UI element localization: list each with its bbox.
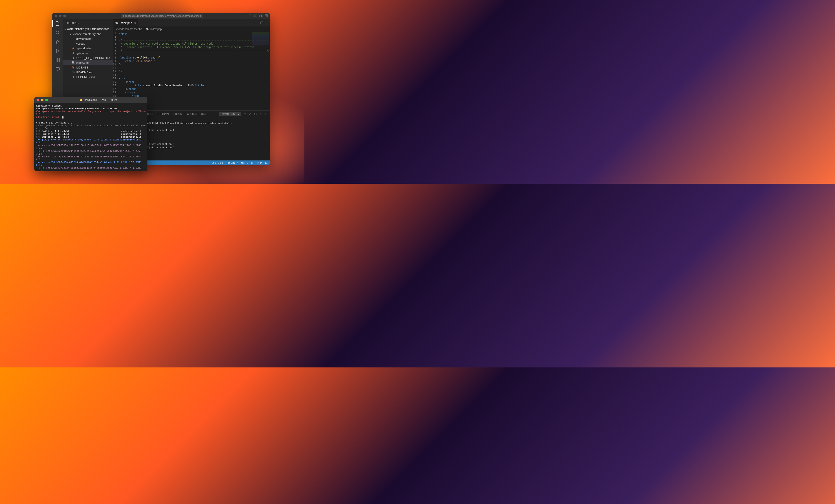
terminal-title-label: Downloads — -zsh — 80×24: [84, 99, 117, 102]
split-editor-icon[interactable]: [260, 21, 263, 24]
explorer-icon[interactable]: [55, 21, 60, 26]
svg-rect-9: [266, 16, 267, 17]
folder-label: vscode-remote-try-php: [73, 33, 101, 36]
extensions-icon[interactable]: [55, 57, 60, 63]
window-controls: [37, 99, 48, 101]
tree-file[interactable]: ◆.gitattributes: [63, 46, 113, 51]
svg-line-30: [254, 113, 256, 115]
cert-file-icon: 🔖: [72, 66, 75, 69]
file-tree: ⌄ vscode-remote-try-php ›.devcontainer›.…: [63, 32, 113, 79]
clear-output-icon[interactable]: [254, 113, 257, 116]
svg-rect-20: [56, 68, 60, 70]
tree-file[interactable]: 🔖LICENSE: [63, 65, 113, 70]
tree-file[interactable]: ◆CODE_OF_CONDUCT.md: [63, 56, 113, 60]
nav-forward-icon[interactable]: →: [117, 15, 119, 17]
status-language[interactable]: PHP: [257, 162, 262, 164]
chevron-right-icon: ›: [72, 38, 74, 40]
command-center[interactable]: rkspaces [SSH: microsoft-vscode-remote-y…: [121, 14, 203, 18]
tab-label: index.php: [120, 21, 132, 24]
git-file-icon: ◆: [72, 51, 75, 55]
tree-item-label: CODE_OF_CONDUCT.md: [76, 56, 110, 60]
notifications-icon[interactable]: [265, 162, 268, 164]
filter-icon[interactable]: [243, 113, 246, 116]
svg-rect-2: [254, 15, 257, 17]
status-encoding[interactable]: UTF-8: [241, 162, 248, 164]
tree-item-label: README.md: [76, 70, 93, 74]
svg-rect-28: [249, 114, 251, 115]
toggle-panel-icon[interactable]: [254, 14, 257, 17]
status-tabsize[interactable]: Tab Size: 4: [226, 162, 238, 164]
tree-folder-root[interactable]: ⌄ vscode-remote-try-php: [63, 32, 113, 36]
breadcrumb-file[interactable]: index.php: [150, 27, 162, 31]
terminal-output[interactable]: Repository cloned.Workspace microsoft-vs…: [34, 103, 147, 172]
dropdown-label: Remote - SSH: [221, 113, 236, 115]
tree-item-label: SECURITY.md: [76, 76, 95, 79]
toggle-secondary-sidebar-icon[interactable]: [260, 14, 262, 17]
titlebar-layout-icons: [249, 14, 268, 17]
minimize-window-icon[interactable]: [41, 99, 43, 101]
nav-back-icon[interactable]: ←: [113, 15, 116, 17]
editor-tab-index-php[interactable]: 🐘 index.php ×: [113, 19, 139, 26]
status-cursor[interactable]: Ln 1, Col 1: [212, 162, 223, 164]
md-file-icon: ◆: [72, 75, 75, 79]
lock-scroll-icon[interactable]: [248, 113, 251, 116]
close-window-icon[interactable]: [55, 15, 57, 17]
close-panel-icon[interactable]: ×: [264, 113, 267, 116]
tree-item-label: .vscode: [76, 42, 85, 45]
sidebar-header: EXPLORER ···: [63, 19, 113, 27]
tree-file[interactable]: ◆SECURITY.md: [63, 75, 113, 79]
php-file-icon: 🐘: [115, 21, 119, 25]
terminal-titlebar: 📁 Downloads — -zsh — 80×24: [34, 97, 147, 103]
maximize-window-icon[interactable]: [63, 15, 66, 17]
svg-point-13: [56, 42, 57, 43]
tree-folder[interactable]: ›.devcontainer: [63, 36, 113, 41]
source-control-icon[interactable]: [55, 39, 60, 44]
search-icon[interactable]: [55, 30, 60, 35]
tree-file[interactable]: 🐘index.php: [63, 60, 113, 65]
toggle-primary-sidebar-icon[interactable]: [249, 14, 252, 17]
sidebar-section-label: WORKSPACES [SSH: MICROSOFT-VSCO...: [67, 28, 113, 31]
panel-tab-ports[interactable]: PORTS: [174, 113, 182, 115]
output-channel-dropdown[interactable]: Remote - SSH ⌄: [219, 112, 241, 116]
breadcrumbs[interactable]: vscode-remote-try-php › 🐘 index.php: [113, 27, 270, 32]
maximize-window-icon[interactable]: [45, 99, 48, 101]
tree-file[interactable]: ⓘREADME.md: [63, 70, 113, 75]
chevron-down-icon: ⌄: [237, 113, 239, 116]
svg-point-14: [58, 41, 59, 42]
chevron-right-icon: ›: [144, 27, 144, 31]
folder-icon: 📁: [79, 99, 83, 102]
breadcrumb-folder[interactable]: vscode-remote-try-php: [116, 27, 142, 31]
close-window-icon[interactable]: [37, 99, 39, 101]
editor-tabs: 🐘 index.php × ···: [113, 19, 270, 27]
window-controls: [55, 15, 66, 17]
tree-item-label: .gitignore: [76, 52, 88, 55]
svg-rect-0: [249, 15, 252, 17]
panel-tab-exposed-ports[interactable]: EXPOSED PORTS: [185, 113, 206, 115]
chevron-down-icon: ⌄: [69, 33, 72, 35]
svg-rect-8: [265, 16, 266, 17]
tree-item-label: .devcontainer: [76, 37, 93, 40]
terminal-title: 📁 Downloads — -zsh — 80×24: [51, 99, 145, 102]
minimize-window-icon[interactable]: [59, 15, 62, 17]
run-debug-icon[interactable]: [55, 48, 60, 54]
remote-explorer-icon[interactable]: [55, 66, 60, 72]
tree-folder[interactable]: ›.vscode: [63, 41, 113, 46]
close-tab-icon[interactable]: ×: [134, 21, 136, 25]
customize-layout-icon[interactable]: [265, 14, 268, 17]
panel-actions: Remote - SSH ⌄ ⌃ ×: [219, 112, 267, 116]
expand-panel-icon[interactable]: ⌃: [259, 113, 262, 116]
vscode-titlebar: ← → rkspaces [SSH: microsoft-vscode-remo…: [53, 13, 270, 19]
sidebar-section[interactable]: ⌄ WORKSPACES [SSH: MICROSOFT-VSCO...: [63, 27, 113, 32]
sidebar-title: EXPLORER: [65, 22, 79, 24]
minimap-preview: [251, 33, 269, 45]
php-file-icon: 🐘: [72, 61, 75, 64]
tree-file[interactable]: ◆.gitignore: [63, 51, 113, 56]
editor-more-icon[interactable]: ···: [265, 21, 268, 24]
git-file-icon: ◆: [72, 46, 75, 50]
status-eol[interactable]: LF: [251, 162, 254, 164]
sidebar-more-icon[interactable]: ···: [107, 22, 110, 24]
svg-line-11: [59, 34, 60, 35]
tree-item-label: LICENSE: [76, 66, 88, 69]
svg-marker-15: [57, 49, 59, 53]
panel-tab-terminal[interactable]: TERMINAL: [158, 113, 170, 115]
